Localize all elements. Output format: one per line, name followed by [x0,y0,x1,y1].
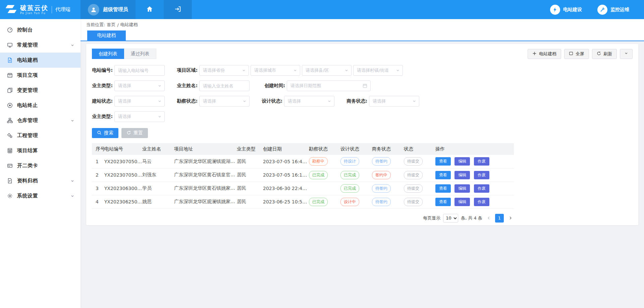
cell-created: 2023-07-05 16:42:22 [263,155,309,168]
prev-page-button[interactable] [485,214,492,223]
card-icon [7,163,13,169]
breadcrumb-home-link[interactable]: 首页 [107,22,115,28]
page-size-prefix: 每页显示 [423,215,440,221]
fullscreen-button[interactable]: 全屏 [564,49,589,59]
station-construction-link[interactable]: 电站建设 [550,5,582,15]
app-edition-tag: 代理端 [55,6,70,13]
business-status-select[interactable]: 请选择 [369,96,419,107]
owner-name-input[interactable] [199,80,250,91]
town-select[interactable]: 请选择村镇/街道 [353,65,403,76]
sidebar-item-change-mgmt[interactable]: 变更管理 [0,83,80,98]
void-button[interactable]: 作废 [474,198,489,206]
table-row: 1 YX2023070500011 马云 广东深圳龙华区观澜镇观湖路... 居民… [92,155,514,168]
status-badge: 已完成 [309,198,328,206]
build-status-select[interactable]: 请选择 [114,96,165,107]
view-button[interactable]: 查看 [435,171,451,179]
top-header: 破茧云伏 Po Jian Yun Fu 代理端 超级管理员 电 [0,0,644,19]
void-button[interactable]: 作废 [474,171,489,179]
edit-button[interactable]: 编辑 [454,184,470,193]
edit-button[interactable]: 编辑 [454,198,470,206]
cell-business-status: 待签约 [372,155,404,168]
calculator-icon [7,148,13,153]
view-button[interactable]: 查看 [435,184,451,193]
cell-no: 2 [92,168,104,182]
next-page-button[interactable] [506,214,514,223]
cell-code: YX2023070500011 [104,155,142,168]
monitoring-ops-label: 监控运维 [610,7,629,13]
sidebar-item-station-termination[interactable]: 电站终止 [0,98,80,113]
page-number-current[interactable]: 1 [495,214,504,223]
archive-icon [7,178,13,184]
reset-button[interactable]: 重置 [121,128,148,138]
cell-no: 3 [92,182,104,195]
view-button[interactable]: 查看 [435,198,451,206]
sidebar-item-console[interactable]: 控制台 [0,22,80,38]
user-menu[interactable]: 超级管理员 [80,0,136,19]
cell-survey-status: 已完成 [309,168,340,182]
status-badge: 待签约 [372,157,391,166]
status-badge: 已完成 [309,171,328,179]
sidebar-item-general-mgmt[interactable]: 常规管理 [0,38,80,53]
chevron-down-icon [396,69,399,72]
cell-no: 1 [92,155,104,168]
monitoring-ops-link[interactable]: 监控运维 [597,5,629,15]
survey-status-select[interactable]: 请选择 [199,96,250,107]
filter-form: 电站编号: 项目区域: 请选择省份 请选择城市 [92,65,633,138]
owner-name-label: 业主姓名: [177,83,198,89]
date-range-picker[interactable]: 请选择日期范围 [287,80,371,91]
chevron-down-icon [243,100,246,103]
design-status-select[interactable]: 请选择 [284,96,334,107]
edit-button[interactable]: 编辑 [454,157,470,166]
home-icon [146,5,153,14]
owner-type2-label: 业主类型: [92,114,113,120]
district-select[interactable]: 请选择县/区 [302,65,352,76]
sidebar-item-project-settlement[interactable]: 项目结算 [0,143,80,158]
owner-type2-select[interactable]: 请选择 [114,111,165,122]
sidebar-item-warehouse-mgmt[interactable]: 仓库管理 [0,113,80,128]
tab-create-list[interactable]: 创建列表 [92,49,124,59]
logout-button[interactable] [164,0,192,19]
sidebar-item-data-archive[interactable]: 资料归档 [0,173,80,188]
refresh-button[interactable]: 刷新 [592,49,617,59]
header-quick-links: 电站建设 监控运维 [550,0,644,19]
city-select[interactable]: 请选择城市 [251,65,300,76]
void-button[interactable]: 作废 [474,157,489,166]
province-select[interactable]: 请选择省份 [199,65,249,76]
station-construction-label: 电站建设 [563,7,582,13]
home-button[interactable] [136,0,164,19]
total-count: 条, 共 4 条 [461,215,482,221]
logo-icon [5,4,17,16]
sidebar-item-system-settings[interactable]: 系统设置 [0,188,80,203]
user-avatar-icon [88,4,99,15]
chevron-down-icon [413,100,416,103]
station-code-input[interactable] [114,65,165,76]
sidebar-item-type2-card[interactable]: 开二类卡 [0,158,80,173]
owner-type-select[interactable]: 请选择 [114,80,165,91]
void-button[interactable]: 作废 [474,184,489,193]
breadcrumb: 当前位置: 首页 / 电站建档 [80,19,644,30]
search-button[interactable]: 搜索 [92,128,118,138]
table-header-row: 序号 电站编号 业主姓名 项目地址 业主类型 创建日期 勘察状态 设计状态 商务… [92,143,514,155]
cell-owner: 学员 [142,182,174,195]
sidebar-item-station-filing[interactable]: 电站建档 [0,53,80,68]
add-station-filing-button[interactable]: 电站建档 [528,49,561,59]
sidebar-item-project-approval[interactable]: 项目立项 [0,68,80,83]
edit-button[interactable]: 编辑 [454,171,470,179]
create-time-label: 创建时间: [264,83,285,89]
cell-business-status: 待签约 [372,195,404,208]
gears-icon [7,133,13,138]
chevron-down-icon [242,69,246,72]
status-badge: 待签约 [372,198,391,206]
status-badge: 已完成 [340,171,359,179]
collapse-toolbar-button[interactable] [620,49,633,59]
table-row: 2 YX2023070500010 刘强东 广东深圳龙华区黄石镇皇官大... 居… [92,168,514,182]
chevron-down-icon [624,51,628,56]
page-tab-station-filing[interactable]: 电站建档 [87,30,126,41]
cell-owner-type: 居民 [237,182,263,195]
view-button[interactable]: 查看 [435,157,451,166]
tab-passed-list[interactable]: 通过列表 [124,49,156,59]
stop-circle-icon [7,103,13,108]
cell-status: 待提交 [404,182,435,195]
page-size-select[interactable]: 10 [443,214,458,223]
sidebar-item-engineering-mgmt[interactable]: 工程管理 [0,128,80,143]
